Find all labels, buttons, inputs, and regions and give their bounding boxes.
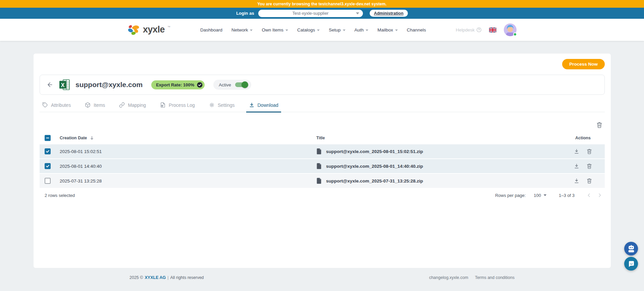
nav-item-dashboard[interactable]: Dashboard xyxy=(200,27,222,32)
row-checkbox[interactable] xyxy=(45,178,51,184)
channel-tabs: Attributes Items Mapping xyxy=(40,102,605,112)
main-nav: Dashboard Network Own Items Catalogs Set… xyxy=(200,27,426,32)
excel-icon: X xyxy=(59,79,71,91)
file-icon xyxy=(316,148,322,155)
environment-banner: You are currently browsing the testchann… xyxy=(0,0,644,8)
next-page-button[interactable] xyxy=(596,192,603,199)
tab-items[interactable]: Items xyxy=(82,102,108,113)
chevron-down-icon xyxy=(544,194,547,196)
rows-per-page-select[interactable]: 100 xyxy=(534,193,547,198)
creation-date-cell: 2025-08-01 15:02:51 xyxy=(55,149,312,154)
supplier-select-value: Test-xyxle-supplier xyxy=(292,11,329,16)
footer-divider: | xyxy=(167,275,168,280)
chevron-down-icon xyxy=(285,29,288,31)
active-toggle[interactable] xyxy=(234,81,249,88)
nav-item-own-items[interactable]: Own Items xyxy=(262,27,288,32)
chevron-down-icon xyxy=(317,29,320,31)
assistant-bot-button[interactable] xyxy=(624,242,638,256)
file-title: support@xyxle.com_2025-08-01_14:40:40.zi… xyxy=(326,164,423,169)
nav-item-network[interactable]: Network xyxy=(231,27,253,32)
nav-item-mailbox[interactable]: Mailbox xyxy=(377,27,398,32)
page-footer: 2025 © XYXLE AG | All rights reserved ch… xyxy=(129,275,515,280)
chevron-down-icon xyxy=(356,12,359,14)
nav-item-channels[interactable]: Channels xyxy=(407,27,426,32)
export-rate-badge: Export Rate: 100% xyxy=(151,80,205,89)
process-now-button[interactable]: Process Now xyxy=(562,59,605,69)
creation-date-cell: 2025-08-01 14:40:40 xyxy=(55,164,312,169)
table-row: 2025-07-31 13:25:28 support@xyxle.com_20… xyxy=(40,173,605,188)
rows-selected-text: 2 rows selected xyxy=(40,193,75,198)
file-title: support@xyxle.com_2025-07-31_13:25:28.zi… xyxy=(326,178,423,184)
channel-header-panel: X support@xyxle.com Export Rate: 100% Ac… xyxy=(40,75,605,95)
file-clock-icon xyxy=(160,102,166,108)
tab-mapping[interactable]: Mapping xyxy=(116,102,149,113)
delete-file-button[interactable] xyxy=(586,162,593,170)
nav-item-catalogs[interactable]: Catalogs xyxy=(297,27,320,32)
helpdesk-link[interactable]: Helpdesk xyxy=(456,27,482,32)
chevron-down-icon xyxy=(250,29,253,31)
delete-file-button[interactable] xyxy=(586,148,593,155)
logo-trademark: ™ xyxy=(167,25,170,29)
rights-text: All rights reserved xyxy=(170,275,204,280)
tab-process-log[interactable]: Process Log xyxy=(157,102,198,113)
user-avatar[interactable] xyxy=(504,23,517,36)
tab-attributes[interactable]: Attributes xyxy=(40,102,73,113)
tab-download[interactable]: Download xyxy=(246,102,281,113)
downloads-table: Creation Date Title Actions xyxy=(40,132,605,203)
question-circle-icon xyxy=(476,27,482,32)
chevron-down-icon xyxy=(343,29,345,31)
changelog-link[interactable]: changelog.xyxle.com xyxy=(429,275,468,280)
link-icon xyxy=(119,102,125,108)
pagination-range: 1–3 of 3 xyxy=(559,193,575,198)
terms-link[interactable]: Terms and conditions xyxy=(475,275,515,280)
back-button[interactable] xyxy=(46,81,54,89)
page-content: Process Now X support@xyxle.com Export R… xyxy=(0,41,644,291)
chat-icon xyxy=(627,260,635,268)
active-toggle-group: Active xyxy=(213,80,251,90)
column-header-creation-date[interactable]: Creation Date xyxy=(55,136,312,140)
download-file-button[interactable] xyxy=(573,148,580,155)
administration-button[interactable]: Administration xyxy=(370,10,408,17)
logo-wordmark: xyxle xyxy=(143,24,165,35)
language-flag-uk[interactable] xyxy=(489,27,496,32)
login-as-bar: Login as Test-xyxle-supplier Administrat… xyxy=(0,8,644,19)
row-checkbox[interactable] xyxy=(45,163,51,169)
login-as-label: Login as xyxy=(236,11,254,16)
table-row: 2025-08-01 14:40:40 support@xyxle.com_20… xyxy=(40,158,605,173)
file-title: support@xyxle.com_2025-08-01_15:02:51.zi… xyxy=(326,149,423,154)
nav-item-auth[interactable]: Auth xyxy=(355,27,369,32)
channel-title: support@xyxle.com xyxy=(75,81,143,89)
file-icon xyxy=(316,177,322,184)
active-label: Active xyxy=(219,82,231,87)
chat-support-button[interactable] xyxy=(624,257,638,271)
company-link[interactable]: XYXLE AG xyxy=(145,275,166,280)
table-header-row: Creation Date Title Actions xyxy=(40,132,605,144)
column-header-actions: Actions xyxy=(561,136,605,140)
file-icon xyxy=(316,163,322,169)
download-file-button[interactable] xyxy=(573,162,580,170)
online-status-dot xyxy=(513,32,517,36)
package-icon xyxy=(85,102,91,108)
select-all-checkbox[interactable] xyxy=(45,135,51,141)
robot-icon xyxy=(627,244,636,253)
environment-banner-text: You are currently browsing the testchann… xyxy=(257,2,387,6)
nav-item-setup[interactable]: Setup xyxy=(329,27,345,32)
check-circle-icon xyxy=(197,82,203,88)
delete-selected-button[interactable] xyxy=(595,121,603,129)
tag-icon xyxy=(42,102,48,108)
table-row: 2025-08-01 15:02:51 support@xyxle.com_20… xyxy=(40,144,605,158)
download-file-button[interactable] xyxy=(573,177,580,185)
previous-page-button[interactable] xyxy=(585,192,593,199)
copyright-prefix: 2025 © xyxy=(129,275,143,280)
channel-card: Process Now X support@xyxle.com Export R… xyxy=(34,54,611,268)
tab-settings[interactable]: Settings xyxy=(206,102,237,113)
supplier-select[interactable]: Test-xyxle-supplier xyxy=(258,10,363,17)
xyxle-logo[interactable]: xyxle ™ xyxy=(127,24,170,35)
column-header-title[interactable]: Title xyxy=(312,136,561,140)
row-checkbox[interactable] xyxy=(45,148,51,154)
download-icon xyxy=(249,102,255,108)
chevron-down-icon xyxy=(395,29,398,31)
chevron-down-icon xyxy=(366,29,368,31)
sort-desc-icon xyxy=(90,136,94,140)
delete-file-button[interactable] xyxy=(586,177,593,185)
